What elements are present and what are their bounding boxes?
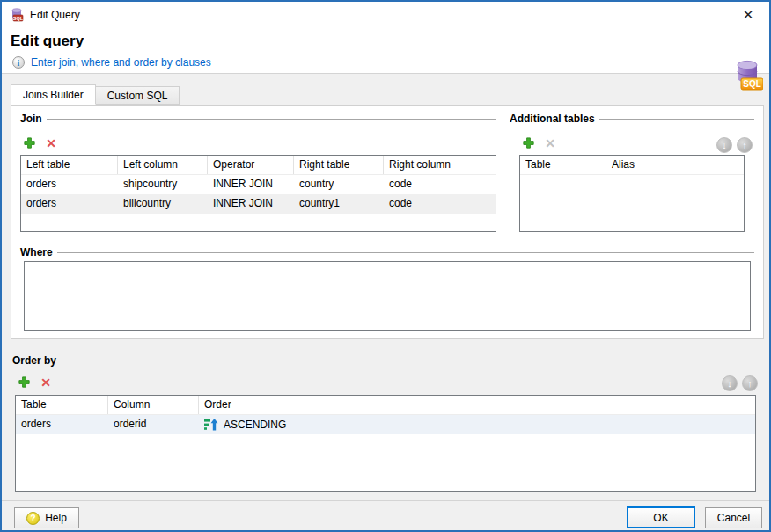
delete-join-button[interactable]: ✕ <box>43 135 59 150</box>
delete-icon: ✕ <box>46 136 56 150</box>
additional-tables-line <box>599 119 754 120</box>
delete-order-button[interactable]: ✕ <box>38 375 54 390</box>
dialog-header: Edit query i Enter join, where and order… <box>2 28 769 74</box>
where-group-line <box>57 252 754 253</box>
join-table-header: Left table Left column Operator Right ta… <box>21 156 496 175</box>
join-group-line <box>47 119 496 120</box>
delete-table-button[interactable]: ✕ <box>542 135 558 150</box>
join-group-label: Join <box>20 113 42 125</box>
tab-custom-sql[interactable]: Custom SQL <box>95 86 180 105</box>
cell-operator: INNER JOIN <box>208 175 294 194</box>
additional-tables-table[interactable]: Table Alias <box>519 155 745 232</box>
cell-left-column: billcountry <box>118 194 208 214</box>
order-by-line <box>61 361 760 361</box>
column-header[interactable]: Left table <box>21 156 118 174</box>
cell-order: ASCENDING <box>199 415 755 434</box>
ok-button-label: OK <box>653 512 668 524</box>
cell-column: orderid <box>108 415 199 434</box>
cell-right-table: country <box>294 175 384 194</box>
page-title: Edit query <box>11 33 84 50</box>
sql-database-icon: SQL <box>731 60 763 91</box>
order-by-toolbar: ✕ <box>16 375 60 390</box>
cell-right-column: code <box>384 194 496 214</box>
add-table-button[interactable] <box>520 135 536 150</box>
additional-tables-group-header: Additional tables <box>510 112 754 125</box>
move-up-icon[interactable]: ↑ <box>737 137 753 153</box>
cell-right-table: country1 <box>294 194 384 214</box>
column-header[interactable]: Order <box>199 396 755 414</box>
column-header[interactable]: Column <box>108 396 199 414</box>
move-down-icon[interactable]: ↓ <box>722 375 738 391</box>
column-header[interactable]: Right table <box>294 156 384 174</box>
where-group-header: Where <box>20 245 754 259</box>
column-header[interactable]: Operator <box>208 156 294 174</box>
cell-operator: INNER JOIN <box>208 194 294 214</box>
edit-query-dialog: SQL Edit Query ✕ Edit query i Enter join… <box>0 0 771 532</box>
svg-text:SQL: SQL <box>743 79 761 89</box>
svg-text:SQL: SQL <box>13 16 24 21</box>
ok-button[interactable]: OK <box>627 506 695 528</box>
page-subtitle: i Enter join, where and order by clauses <box>12 56 211 69</box>
help-button[interactable]: ? Help <box>14 507 79 528</box>
joins-builder-page: Join ✕ Left table Left column Operator R… <box>11 105 764 339</box>
cell-table: orders <box>16 415 108 434</box>
additional-tables-header: Table Alias <box>520 156 744 175</box>
table-row[interactable]: orders billcountry INNER JOIN country1 c… <box>21 194 496 214</box>
add-join-button[interactable] <box>21 135 37 150</box>
cell-right-column: code <box>384 175 496 194</box>
delete-icon: ✕ <box>545 136 555 150</box>
order-by-move-buttons: ↓ ↑ <box>717 375 758 391</box>
close-icon[interactable]: ✕ <box>734 2 762 28</box>
cancel-button[interactable]: Cancel <box>705 507 762 528</box>
order-by-group-header: Order by <box>12 353 760 367</box>
order-by-header: Table Column Order <box>16 396 755 415</box>
order-by-table[interactable]: Table Column Order orders orderid ASCEND… <box>15 395 756 492</box>
column-header[interactable]: Table <box>520 156 606 174</box>
help-icon: ? <box>26 512 40 525</box>
column-header[interactable]: Alias <box>606 156 744 174</box>
table-row[interactable]: orders orderid ASCENDING <box>16 415 755 434</box>
add-order-button[interactable] <box>16 375 32 390</box>
footer-bar: ? Help OK Cancel <box>2 500 769 530</box>
cell-left-table: orders <box>21 194 118 214</box>
join-table[interactable]: Left table Left column Operator Right ta… <box>20 155 496 232</box>
move-down-icon[interactable]: ↓ <box>716 137 732 153</box>
table-row[interactable]: orders shipcountry INNER JOIN country co… <box>21 175 496 194</box>
cell-left-table: orders <box>21 175 118 194</box>
tab-joins-builder[interactable]: Joins Builder <box>11 84 96 105</box>
delete-icon: ✕ <box>40 375 51 390</box>
window-title: Edit Query <box>30 2 80 28</box>
additional-tables-toolbar: ✕ <box>520 135 564 150</box>
where-input[interactable] <box>24 261 751 331</box>
sql-window-icon: SQL <box>10 8 24 22</box>
info-icon: i <box>12 56 25 69</box>
column-header[interactable]: Right column <box>384 156 496 174</box>
order-by-label: Order by <box>12 354 56 367</box>
column-header[interactable]: Left column <box>118 156 208 174</box>
sort-ascending-icon <box>204 419 218 431</box>
move-up-icon[interactable]: ↑ <box>742 375 758 391</box>
where-group-label: Where <box>20 246 53 259</box>
tab-strip: Joins Builder Custom SQL <box>11 84 179 105</box>
cancel-button-label: Cancel <box>717 512 750 524</box>
column-header[interactable]: Table <box>16 396 108 414</box>
order-direction-text: ASCENDING <box>224 416 286 434</box>
join-toolbar: ✕ <box>21 135 65 150</box>
cell-left-column: shipcountry <box>118 175 208 194</box>
title-bar: SQL Edit Query ✕ <box>2 2 769 28</box>
additional-tables-move-buttons: ↓ ↑ <box>712 137 753 153</box>
subtitle-text: Enter join, where and order by clauses <box>31 56 211 69</box>
join-group-header: Join <box>20 112 496 125</box>
help-button-label: Help <box>45 512 67 524</box>
additional-tables-label: Additional tables <box>510 113 595 125</box>
